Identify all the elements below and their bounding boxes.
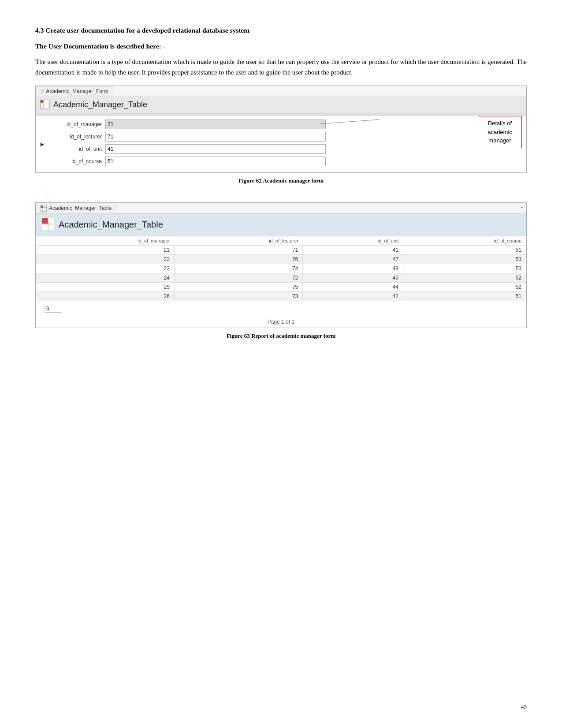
table-tab[interactable]: Academic_Manager_Table (36, 203, 116, 213)
form-window: ≡ Academic_Manager_Form Academic_Manager… (35, 86, 527, 173)
details-tooltip: Details ofacademicmanager (478, 116, 522, 148)
form-fields: id_of_manager 21 id_of_lecturer 71 id_of… (48, 119, 438, 166)
table-cell: 51 (403, 291, 526, 301)
field-row-unit: id_of_unit 41 (48, 144, 438, 154)
col-header-course: id_of_course (403, 236, 526, 246)
field-input-course[interactable]: 51 (105, 157, 326, 166)
table-cell: 76 (174, 254, 302, 264)
table-cell: 42 (303, 291, 403, 301)
table-cell: 22 (36, 254, 175, 264)
table-inner-header: Academic_Manager_Table (36, 213, 526, 236)
table-row: 22764753 (36, 254, 526, 264)
col-header-manager: id_of_manager (36, 236, 175, 246)
form-tab[interactable]: ≡ Academic_Manager_Form (36, 86, 113, 96)
table-cell: 24 (36, 273, 175, 282)
page-info: Page 1 of 1 (36, 316, 526, 328)
section-title-text: Create user documentation for a develope… (45, 26, 249, 34)
table-cell: 47 (303, 254, 403, 264)
svg-rect-3 (41, 100, 43, 103)
table-inner-icon (42, 218, 54, 231)
table-body: 2171415122764753237449532472455225754452… (36, 245, 526, 301)
table-cell: 75 (174, 282, 302, 291)
table-cell: 25 (36, 282, 175, 291)
form-body: ► id_of_manager 21 id_of_lecturer 71 id_… (36, 116, 526, 172)
table-row: 26734251 (36, 291, 526, 301)
table-content: id_of_manager id_of_lecturer id_of_unit … (36, 236, 526, 328)
table-window: Academic_Manager_Table - Academic_Manage… (35, 202, 527, 328)
table-inner-title: Academic_Manager_Table (59, 220, 163, 230)
section-title-main: Create user documentation for a develope… (45, 26, 249, 34)
subsection-title: The User Documentation is described here… (35, 42, 527, 50)
form-tab-label: Academic_Manager_Form (46, 88, 108, 94)
minimize-icon[interactable]: - (517, 203, 526, 212)
table-row: 23744953 (36, 264, 526, 273)
form-tab-bar: ≡ Academic_Manager_Form (36, 86, 526, 96)
col-header-unit: id_of_unit (303, 236, 403, 246)
table-cell: 71 (174, 245, 302, 254)
field-label-course: id_of_course (48, 158, 105, 164)
form-tab-icon: ≡ (41, 88, 44, 94)
data-table: id_of_manager id_of_lecturer id_of_unit … (36, 236, 526, 301)
figure-62-caption: Figure 62 Academic manager form (35, 177, 527, 184)
section-title: 4.3 Create user documentation for a deve… (35, 26, 527, 34)
table-cell: 73 (174, 291, 302, 301)
form-inner-title: Academic_Manager_Table (53, 100, 147, 109)
page-number: 45 (521, 703, 527, 710)
new-row-input[interactable] (45, 305, 62, 313)
table-cell: 45 (303, 273, 403, 282)
tooltip-text: Details ofacademicmanager (488, 120, 512, 144)
table-header-row: id_of_manager id_of_lecturer id_of_unit … (36, 236, 526, 246)
table-cell: 41 (303, 245, 403, 254)
form-nav-arrow[interactable]: ► (39, 141, 45, 148)
table-cell: 23 (36, 264, 175, 273)
field-input-unit[interactable]: 41 (105, 144, 326, 154)
form-figure-container: ≡ Academic_Manager_Form Academic_Manager… (35, 86, 527, 173)
field-row-manager: id_of_manager 21 (48, 119, 438, 129)
svg-rect-4 (44, 100, 49, 103)
table-tab-bar: Academic_Manager_Table - (36, 203, 526, 213)
field-input-manager[interactable]: 21 (105, 119, 326, 129)
table-row: 21714151 (36, 245, 526, 254)
table-cell: 52 (403, 273, 526, 282)
field-label-lecturer: id_of_lecturer (48, 134, 105, 140)
table-cell: 26 (36, 291, 175, 301)
svg-rect-9 (41, 205, 43, 208)
form-inner-icon (40, 100, 50, 109)
table-cell: 51 (403, 245, 526, 254)
field-label-unit: id_of_unit (48, 146, 105, 152)
table-cell: 44 (303, 282, 403, 291)
svg-rect-11 (42, 218, 48, 224)
col-header-lecturer: id_of_lecturer (174, 236, 302, 246)
body-paragraph: The user documentation is a type of docu… (35, 56, 527, 78)
table-tab-label: Academic_Manager_Table (49, 205, 112, 211)
table-cell: 49 (303, 264, 403, 273)
table-cell: 74 (174, 264, 302, 273)
table-cell: 52 (403, 282, 526, 291)
field-row-lecturer: id_of_lecturer 71 (48, 132, 438, 142)
section-number: 4.3 (35, 26, 44, 34)
field-row-course: id_of_course 51 (48, 157, 438, 166)
new-row-area (36, 301, 526, 316)
form-inner-header: Academic_Manager_Table (36, 96, 526, 113)
table-cell: 53 (403, 254, 526, 264)
table-row: 24724552 (36, 273, 526, 282)
table-row: 25754452 (36, 282, 526, 291)
table-cell: 72 (174, 273, 302, 282)
table-tab-icon (41, 205, 47, 212)
table-cell: 21 (36, 245, 175, 254)
field-input-lecturer[interactable]: 71 (105, 132, 326, 142)
figure-63-caption: Figure 63 Report of academic manager for… (35, 332, 527, 340)
table-cell: 53 (403, 264, 526, 273)
field-label-manager: id_of_manager (48, 121, 105, 127)
